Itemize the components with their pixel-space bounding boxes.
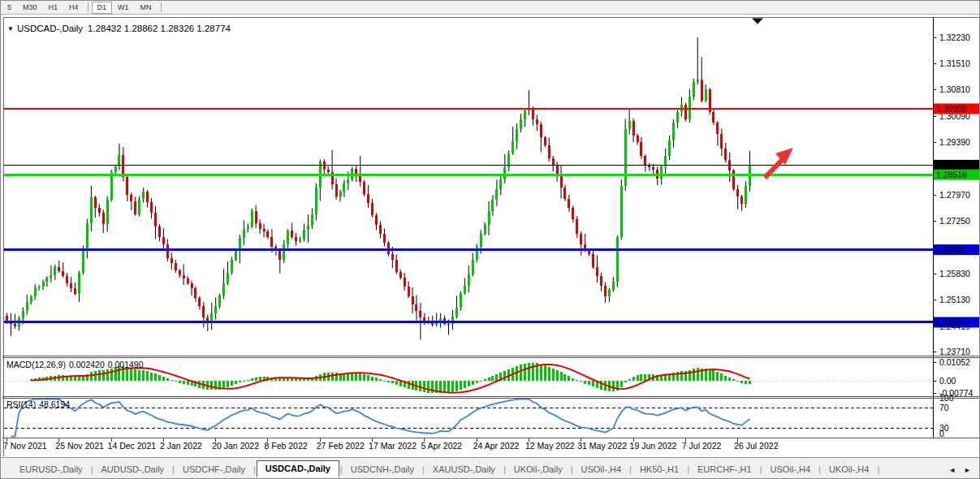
timeframe-toolbar: 5M30H1H4D1W1MN [1, 1, 980, 15]
tab-scroll-right-icon[interactable]: ► [964, 466, 971, 474]
svg-text:1.28516: 1.28516 [936, 170, 967, 179]
svg-text:14 Dec 2021: 14 Dec 2021 [108, 441, 157, 451]
price-chart[interactable]: 1.322301.315101.308101.300901.293901.279… [1, 15, 980, 457]
svg-text:1.25130: 1.25130 [939, 295, 970, 304]
svg-text:0.01052: 0.01052 [939, 357, 970, 367]
chart-tab-hk50-h1[interactable]: HK50-,H1 [632, 462, 686, 477]
svg-text:2 Jan 2022: 2 Jan 2022 [160, 441, 202, 451]
chart-tab-eurusd-daily[interactable]: EURUSD-,Daily [12, 462, 90, 477]
svg-text:0: 0 [939, 429, 944, 438]
toolbar-separator [161, 2, 162, 12]
svg-text:1.27970: 1.27970 [939, 190, 970, 200]
svg-text:0.00: 0.00 [939, 376, 956, 386]
chart-tab-eurchf-h1[interactable]: EURCHF-,H1 [690, 462, 759, 477]
svg-text:70: 70 [939, 403, 949, 412]
chart-tab-usdchf-daily[interactable]: USDCHF-,Daily [175, 462, 253, 477]
svg-text:1.32230: 1.32230 [939, 32, 970, 42]
svg-text:1.24521: 1.24521 [936, 317, 967, 327]
svg-text:19 Jun 2022: 19 Jun 2022 [630, 441, 677, 451]
svg-text:1.30300: 1.30300 [936, 104, 967, 114]
chart-tab-audusd-daily[interactable]: AUDUSD-,Daily [93, 462, 171, 477]
trading-terminal-window: 5M30H1H4D1W1MN 1.322301.315101.308101.30… [0, 0, 980, 479]
tab-scroll-left-icon[interactable]: ◄ [948, 466, 956, 474]
chart-tab-xauusd-daily[interactable]: XAUUSD-,Daily [425, 462, 503, 477]
timeframe-button-D1[interactable]: D1 [92, 2, 113, 14]
chart-tab-usdcnh-daily[interactable]: USDCNH-,Daily [343, 462, 421, 477]
timeframe-button-H1[interactable]: H1 [43, 2, 64, 14]
svg-text:1.29390: 1.29390 [939, 137, 970, 147]
svg-text:20 Jan 2022: 20 Jan 2022 [212, 441, 259, 451]
chart-tab-ukoil-daily[interactable]: UKOil-,Daily [507, 462, 570, 477]
svg-text:31 May 2022: 31 May 2022 [577, 441, 627, 451]
svg-text:1.23710: 1.23710 [939, 347, 970, 356]
toolbar-separator [88, 2, 89, 12]
timeframe-button-MN[interactable]: MN [135, 2, 158, 14]
timeframe-button-5[interactable]: 5 [2, 2, 17, 14]
svg-text:1.25830: 1.25830 [939, 269, 970, 278]
svg-text:5 Apr 2022: 5 Apr 2022 [421, 441, 462, 451]
timeframe-button-W1[interactable]: W1 [112, 2, 135, 14]
svg-text:7 Nov 2021: 7 Nov 2021 [3, 441, 47, 451]
chart-tab-bar: EURUSD-,Daily|AUDUSD-,Daily|USDCHF-,Dail… [1, 457, 980, 479]
svg-text:7 Jul 2022: 7 Jul 2022 [682, 441, 722, 451]
chart-tab-usoil-h4[interactable]: USOil-,H4 [574, 462, 629, 477]
svg-text:24 Apr 2022: 24 Apr 2022 [473, 441, 520, 451]
tab-separator: | [876, 464, 880, 477]
chart-tab-usoil-h4[interactable]: USOil-,H4 [763, 462, 818, 477]
svg-text:17 Mar 2022: 17 Mar 2022 [369, 441, 417, 451]
svg-text:8 Feb 2022: 8 Feb 2022 [264, 441, 307, 451]
svg-text:25 Nov 2021: 25 Nov 2021 [55, 441, 104, 451]
svg-text:1.28774: 1.28774 [936, 160, 967, 170]
svg-text:1.26485: 1.26485 [936, 245, 967, 255]
chart-tab-ukoil-h4[interactable]: UKOil-,H4 [822, 462, 877, 477]
svg-text:1.27250: 1.27250 [939, 216, 970, 226]
svg-text:26 Jul 2022: 26 Jul 2022 [734, 441, 778, 451]
chart-tab-usdcad-daily[interactable]: USDCAD-,Daily [257, 460, 339, 477]
svg-text:1.30810: 1.30810 [939, 84, 970, 94]
timeframe-button-M30[interactable]: M30 [17, 2, 43, 14]
date-axis: 7 Nov 202125 Nov 202114 Dec 20212 Jan 20… [3, 438, 779, 451]
svg-text:1.31510: 1.31510 [939, 58, 970, 68]
svg-text:27 Feb 2022: 27 Feb 2022 [317, 441, 365, 451]
svg-text:12 May 2022: 12 May 2022 [525, 441, 575, 451]
timeframe-button-H4[interactable]: H4 [63, 2, 84, 14]
